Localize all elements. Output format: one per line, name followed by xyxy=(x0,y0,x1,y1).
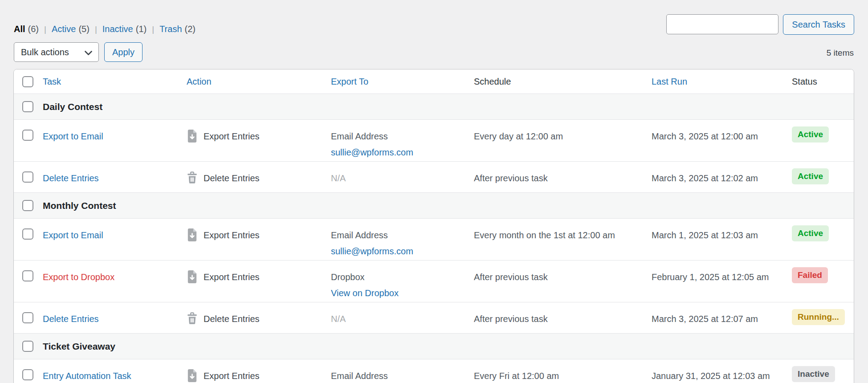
export-to-primary: Email Address xyxy=(331,371,474,381)
export-to-primary: N/A xyxy=(331,314,474,324)
column-header-label[interactable]: Export To xyxy=(331,77,368,86)
last-run-text: January 31, 2025 at 12:03 am xyxy=(652,371,770,381)
column-header-label[interactable]: Task xyxy=(43,77,61,86)
group-checkbox-cell xyxy=(14,341,43,352)
row-checkbox[interactable] xyxy=(22,171,33,183)
task-name-link[interactable]: Export to Email xyxy=(43,230,103,240)
row-checkbox[interactable] xyxy=(22,130,33,141)
column-header-label[interactable]: Last Run xyxy=(652,77,687,86)
task-name-link[interactable]: Export to Email xyxy=(43,131,103,141)
filter-item-all: All(6) xyxy=(14,24,39,34)
task-name-link[interactable]: Export to Dropbox xyxy=(43,272,114,282)
row-checkbox[interactable] xyxy=(22,369,33,380)
task-name-link[interactable]: Entry Automation Task xyxy=(43,371,131,381)
column-header-label: Schedule xyxy=(474,77,511,86)
status-cell: Active xyxy=(792,162,854,192)
schedule-cell: After previous task xyxy=(474,302,652,333)
task-name-cell: Entry Automation Task xyxy=(43,359,187,383)
group-title: Ticket Giveaway xyxy=(43,341,115,351)
status-cell: Active xyxy=(792,120,854,161)
group-checkbox-cell xyxy=(14,101,43,112)
export-file-icon xyxy=(187,369,198,383)
status-badge: Active xyxy=(792,168,829,184)
schedule-text: Every Fri at 12:00 am xyxy=(474,371,559,381)
items-count: 5 items xyxy=(827,48,854,58)
export-to-secondary-line: sullie@wpforms.com xyxy=(331,147,474,158)
schedule-cell: After previous task xyxy=(474,261,652,302)
group-checkbox-cell xyxy=(14,200,43,211)
task-name-link[interactable]: Delete Entries xyxy=(43,173,99,183)
task-row: Export to EmailExport EntriesEmail Addre… xyxy=(14,218,854,260)
row-checkbox[interactable] xyxy=(22,312,33,323)
export-to-link[interactable]: View on Dropbox xyxy=(331,288,399,298)
action-cell: Export Entries xyxy=(187,359,331,383)
filter-link-trash[interactable]: Trash xyxy=(159,24,182,34)
filter-count: (2) xyxy=(185,24,196,34)
action-cell: Export Entries xyxy=(187,120,331,161)
filter-separator: | xyxy=(44,24,46,34)
filter-item-trash: Trash(2) xyxy=(159,24,196,34)
schedule-cell: Every Fri at 12:00 am xyxy=(474,359,652,383)
export-file-icon xyxy=(187,130,198,145)
row-checkbox[interactable] xyxy=(22,270,33,281)
filter-link-active[interactable]: Active xyxy=(52,24,76,34)
export-to-secondary-line: sullie@wpforms.com xyxy=(331,246,474,257)
action-label: Delete Entries xyxy=(204,314,260,324)
row-checkbox[interactable] xyxy=(22,228,33,240)
group-checkbox[interactable] xyxy=(22,341,33,352)
filter-count: (5) xyxy=(78,24,89,34)
group-checkbox[interactable] xyxy=(22,101,33,112)
group-checkbox[interactable] xyxy=(22,200,33,211)
export-to-secondary-line: View on Dropbox xyxy=(331,288,474,298)
schedule-text: After previous task xyxy=(474,173,548,183)
export-file-icon xyxy=(187,270,198,285)
task-row: Delete EntriesDelete EntriesN/AAfter pre… xyxy=(14,302,854,333)
filter-count: (6) xyxy=(28,24,39,34)
export-to-cell: DropboxView on Dropbox xyxy=(331,261,474,302)
trash-icon xyxy=(187,312,198,327)
status-cell: Active xyxy=(792,219,854,260)
select-all-cell xyxy=(14,76,43,87)
last-run-cell: February 1, 2025 at 12:05 am xyxy=(652,261,792,302)
filter-separator: | xyxy=(152,24,154,34)
task-name-link[interactable]: Delete Entries xyxy=(43,314,99,324)
search-input[interactable] xyxy=(666,14,778,34)
tasks-table: TaskActionExport ToScheduleLast RunStatu… xyxy=(13,69,854,383)
column-header-export-to: Export To xyxy=(331,76,474,87)
filter-link-all[interactable]: All xyxy=(14,24,25,34)
last-run-text: March 3, 2025 at 12:00 am xyxy=(652,131,758,141)
export-to-link[interactable]: sullie@wpforms.com xyxy=(331,246,413,256)
bulk-actions-select[interactable]: Bulk actions xyxy=(14,42,99,62)
last-run-text: February 1, 2025 at 12:05 am xyxy=(652,272,769,282)
column-header-label[interactable]: Action xyxy=(187,77,212,86)
bulk-actions-bar: Bulk actions Apply xyxy=(14,42,143,62)
export-to-primary: N/A xyxy=(331,173,474,183)
export-to-primary: Email Address xyxy=(331,131,474,142)
chevron-down-icon xyxy=(85,48,92,58)
row-checkbox-cell xyxy=(14,261,43,302)
row-checkbox-cell xyxy=(14,120,43,161)
status-filter-links: All(6)|Active(5)|Inactive(1)|Trash(2) xyxy=(14,24,196,34)
search-tasks-button[interactable]: Search Tasks xyxy=(783,14,854,35)
status-badge: Failed xyxy=(792,267,828,283)
last-run-text: March 1, 2025 at 12:03 am xyxy=(652,230,758,240)
status-badge: Active xyxy=(792,225,829,241)
filter-link-inactive[interactable]: Inactive xyxy=(102,24,133,34)
last-run-cell: March 3, 2025 at 12:02 am xyxy=(652,162,792,192)
last-run-text: March 3, 2025 at 12:02 am xyxy=(652,173,758,183)
select-all-checkbox[interactable] xyxy=(22,76,33,87)
task-name-cell: Delete Entries xyxy=(43,162,187,192)
trash-icon xyxy=(187,171,198,186)
row-checkbox-cell xyxy=(14,359,43,383)
action-label: Export Entries xyxy=(204,272,260,282)
column-header-task: Task xyxy=(43,76,187,87)
action-label: Delete Entries xyxy=(204,173,260,183)
export-to-link[interactable]: sullie@wpforms.com xyxy=(331,147,413,157)
group-header-row: Ticket Giveaway xyxy=(14,333,854,359)
apply-button[interactable]: Apply xyxy=(104,42,143,62)
last-run-text: March 3, 2025 at 12:07 am xyxy=(652,314,758,324)
column-header-status: Status xyxy=(792,76,854,87)
task-name-cell: Delete Entries xyxy=(43,302,187,333)
export-to-primary: Dropbox xyxy=(331,272,474,282)
last-run-cell: March 3, 2025 at 12:00 am xyxy=(652,120,792,161)
